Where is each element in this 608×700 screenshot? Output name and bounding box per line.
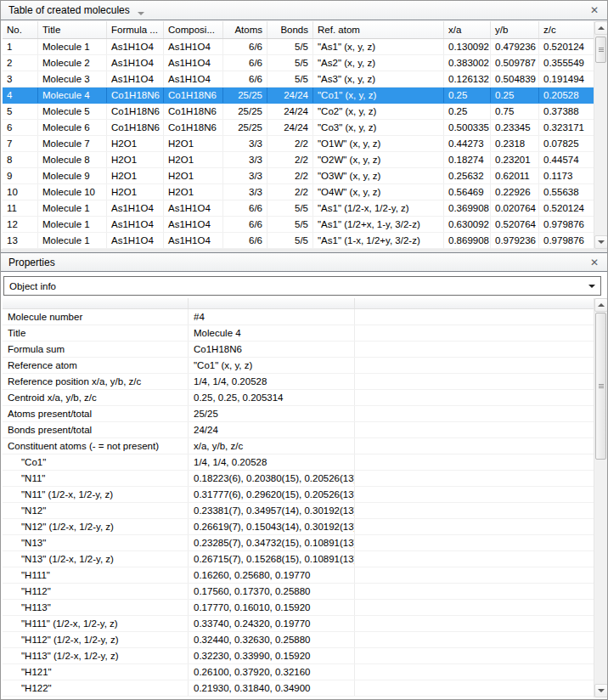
property-row[interactable]: "H122"0.21930, 0.31840, 0.34900 [3,680,594,697]
molecule-row-8[interactable]: 8Molecule 8H2O1H2O13/32/2"O2W" (x, y, z)… [3,152,594,168]
property-row[interactable]: "H113" (1/2-x, 1/2-y, z)0.32230, 0.33990… [3,648,594,664]
property-extra [355,600,594,615]
property-label: "H122" [3,680,189,696]
panel-molecules: Table of created molecules ✕ No.TitleFor… [1,1,607,249]
cell-no: 7 [3,136,38,151]
property-row[interactable]: Molecule number#4 [3,309,594,325]
property-row[interactable]: Reference atom"Co1" (x, y, z) [3,358,594,374]
molecule-row-2[interactable]: 2Molecule 2As1H1O4As1H1O46/65/5"As2" (x,… [3,55,594,71]
molecule-row-6[interactable]: 6Molecule 6Co1H18N6Co1H18N625/2524/24"Co… [3,120,594,136]
property-label: Centroid x/a, y/b, z/c [3,390,189,405]
property-row[interactable]: "H112" (1/2-x, 1/2-y, z)0.32440, 0.32630… [3,632,594,648]
close-icon[interactable]: ✕ [588,3,601,17]
molecule-row-5[interactable]: 5Molecule 5Co1H18N6Co1H18N625/2524/24"Co… [3,104,594,120]
molecule-row-3[interactable]: 3Molecule 3As1H1O4As1H1O46/65/5"As3" (x,… [3,71,594,88]
properties-titlebar: Properties ✕ [1,252,607,272]
molecule-row-9[interactable]: 9Molecule 9H2O1H2O13/32/2"O3W" (x, y, z)… [3,168,594,184]
cell-atoms: 25/25 [223,88,267,103]
cell-bonds: 24/24 [267,104,313,119]
property-row[interactable]: "H113"0.17770, 0.16010, 0.15920 [3,600,594,616]
cell-atoms: 6/6 [223,200,267,216]
cell-bonds: 2/2 [267,152,313,167]
property-label: "H121" [3,664,189,680]
cell-yb: 0.504839 [491,71,539,87]
molecule-row-4[interactable]: 4Molecule 4Co1H18N6Co1H18N625/2524/24"Co… [3,88,594,104]
property-row[interactable]: Centroid x/a, y/b, z/c0.25, 0.25, 0.2053… [3,390,594,406]
property-row[interactable]: "Co1"1/4, 1/4, 0.20528 [3,454,594,471]
property-label: "H113" (1/2-x, 1/2-y, z) [3,648,189,663]
cell-formula: As1H1O4 [107,71,164,87]
property-row[interactable]: TitleMolecule 4 [3,325,594,342]
column-header-ref-atom[interactable]: Ref. atom [313,21,444,38]
close-icon[interactable]: ✕ [588,256,601,269]
property-value: Molecule 4 [189,325,355,341]
property-value: #4 [189,309,355,325]
cell-ref-atom: "As3" (x, y, z) [313,71,444,87]
column-header-atoms[interactable]: Atoms [223,21,267,38]
property-row[interactable]: Bonds present/total24/24 [3,422,594,438]
cell-composition: As1H1O4 [164,39,223,54]
molecule-row-1[interactable]: 1Molecule 1As1H1O4As1H1O46/65/5"As1" (x,… [3,39,594,55]
column-header-no[interactable]: No. [3,21,38,38]
arrow-up-icon [598,303,605,307]
property-row[interactable]: "H112"0.17560, 0.17370, 0.25880 [3,584,594,600]
column-header-zc[interactable]: z/c [539,21,594,38]
scrollbar-thumb[interactable] [595,37,606,63]
property-row[interactable]: "H111" (1/2-x, 1/2-y, z)0.33740, 0.24320… [3,616,594,632]
cell-zc: 0.1173 [539,168,594,183]
cell-composition: Co1H18N6 [164,120,223,135]
cell-xa: 0.383002 [444,55,491,71]
property-label: "N13" (1/2-x, 1/2-y, z) [3,551,189,567]
cell-atoms: 6/6 [223,233,267,248]
properties-vertical-scrollbar[interactable] [594,298,607,697]
cell-zc: 0.44574 [539,152,594,167]
cell-zc: 0.55638 [539,184,594,200]
column-header-bonds[interactable]: Bonds [267,21,313,38]
cell-title: Molecule 1 [38,200,107,216]
cell-zc: 0.520124 [539,39,594,54]
cell-ref-atom: "O2W" (x, y, z) [313,152,444,167]
molecule-row-7[interactable]: 7Molecule 7H2O1H2O13/32/2"O1W" (x, y, z)… [3,136,594,152]
column-header-composition[interactable]: Composi... [164,21,223,38]
molecule-row-13[interactable]: 13Molecule 1As1H1O4As1H1O46/65/5"As1" (1… [3,233,594,249]
property-label: Molecule number [3,309,189,325]
property-row[interactable]: "H121"0.26100, 0.37920, 0.32160 [3,664,594,680]
property-row[interactable]: Reference position x/a, y/b, z/c1/4, 1/4… [3,374,594,390]
property-row[interactable]: Atoms present/total25/25 [3,406,594,422]
property-label: Bonds present/total [3,422,189,438]
cell-xa: 0.500335 [444,120,491,135]
cell-ref-atom: "As1" (1-x, 1/2+y, 3/2-z) [313,233,444,248]
property-row[interactable]: Formula sumCo1H18N6 [3,342,594,358]
column-header-formula[interactable]: Formula ... [107,21,164,38]
property-value: 25/25 [189,406,355,421]
scroll-down-button[interactable] [594,235,608,249]
cell-no: 5 [3,104,38,119]
scroll-up-button[interactable] [594,21,608,35]
property-row[interactable]: "N12" (1/2-x, 1/2-y, z)0.26619(7), 0.150… [3,519,594,535]
column-header-title[interactable]: Title [38,21,107,38]
column-header-yb[interactable]: y/b [491,21,539,38]
property-row[interactable]: "H111"0.16260, 0.25680, 0.19770 [3,567,594,584]
object-info-dropdown[interactable]: Object info [3,276,601,296]
property-row[interactable]: "N11" (1/2-x, 1/2-y, z)0.31777(6), 0.296… [3,487,594,503]
molecule-row-12[interactable]: 12Molecule 1As1H1O4As1H1O46/65/5"As1" (1… [3,217,594,233]
column-header-xa[interactable]: x/a [444,21,491,38]
property-row[interactable]: "N12"0.23381(7), 0.34957(14), 0.30192(13… [3,503,594,519]
arrow-down-icon [598,689,605,692]
property-row[interactable]: "N11"0.18223(6), 0.20380(15), 0.20526(13… [3,471,594,487]
property-extra [355,309,594,325]
molecule-row-11[interactable]: 11Molecule 1As1H1O4As1H1O46/65/5"As1" (1… [3,200,594,217]
scrollbar-thumb[interactable] [595,313,606,460]
scroll-up-button[interactable] [594,298,608,312]
cell-formula: H2O1 [107,168,164,183]
chevron-down-icon[interactable] [138,12,144,15]
molecule-row-10[interactable]: 10Molecule 10H2O1H2O13/32/2"O4W" (x, y, … [3,184,594,200]
scroll-down-button[interactable] [594,684,608,697]
property-extra [355,551,594,567]
property-label: "H112" [3,584,189,599]
molecules-vertical-scrollbar[interactable] [594,21,607,249]
property-row[interactable]: Constituent atoms (- = not present)x/a, … [3,438,594,454]
cell-formula: As1H1O4 [107,233,164,248]
property-row[interactable]: "N13" (1/2-x, 1/2-y, z)0.26715(7), 0.152… [3,551,594,567]
property-row[interactable]: "N13"0.23285(7), 0.34732(15), 0.10891(13… [3,535,594,551]
